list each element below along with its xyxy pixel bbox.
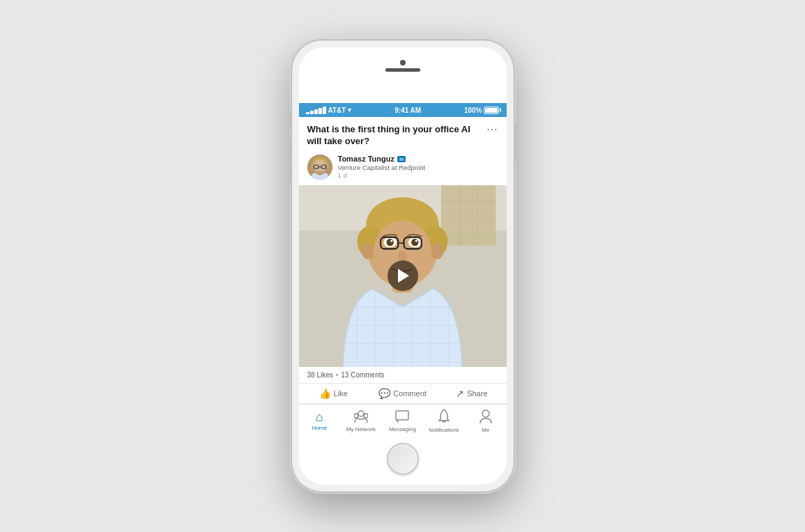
svg-point-41 bbox=[431, 243, 443, 259]
status-bar: AT&T ▾ 9:41 AM 100% bbox=[299, 103, 507, 117]
camera-notch bbox=[400, 60, 406, 65]
svg-point-35 bbox=[390, 240, 392, 242]
engagement-text: 38 Likes • 13 Comments bbox=[307, 371, 498, 379]
home-button[interactable] bbox=[387, 443, 419, 475]
author-info: Tomasz Tunguz in Venture Capitalist at R… bbox=[338, 155, 498, 179]
signal-icon bbox=[306, 107, 326, 114]
nav-my-network[interactable]: My Network bbox=[340, 405, 382, 437]
svg-point-47 bbox=[482, 410, 489, 417]
bottom-nav: ⌂ Home My Network bbox=[299, 404, 507, 437]
nav-me[interactable]: Me bbox=[465, 405, 507, 437]
nav-notifications-label: Notifications bbox=[429, 427, 459, 433]
nav-messaging-label: Messaging bbox=[389, 426, 416, 432]
author-row: Tomasz Tunguz in Venture Capitalist at R… bbox=[299, 152, 507, 185]
play-button[interactable] bbox=[388, 260, 418, 291]
nav-messaging[interactable]: Messaging bbox=[382, 405, 424, 437]
home-icon: ⌂ bbox=[316, 411, 323, 423]
linkedin-badge: in bbox=[397, 156, 406, 162]
my-network-icon bbox=[354, 410, 368, 425]
svg-point-33 bbox=[386, 239, 393, 246]
share-button[interactable]: ↗ Share bbox=[437, 388, 506, 399]
svg-point-40 bbox=[361, 243, 373, 259]
nav-home-label: Home bbox=[312, 425, 327, 431]
likes-count[interactable]: 38 Likes bbox=[307, 371, 333, 379]
comments-count[interactable]: 13 Comments bbox=[341, 371, 384, 379]
author-name[interactable]: Tomasz Tunguz bbox=[338, 155, 394, 163]
nav-me-label: Me bbox=[482, 427, 489, 433]
video-thumbnail[interactable] bbox=[299, 185, 507, 367]
messaging-icon bbox=[395, 410, 409, 425]
battery-percent: 100% bbox=[464, 107, 482, 114]
engagement-bar: 38 Likes • 13 Comments bbox=[299, 367, 507, 384]
separator: • bbox=[336, 371, 339, 379]
nav-my-network-label: My Network bbox=[346, 426, 376, 432]
post-title: What is the first thing in your office A… bbox=[307, 124, 487, 148]
post-title-area: What is the first thing in your office A… bbox=[299, 117, 507, 152]
play-icon bbox=[398, 269, 409, 283]
status-right: 100% bbox=[464, 107, 500, 114]
more-options-icon[interactable]: ··· bbox=[486, 124, 498, 135]
battery-icon bbox=[484, 107, 499, 114]
wifi-icon: ▾ bbox=[348, 107, 351, 114]
speaker-grille bbox=[385, 68, 420, 72]
nav-notifications[interactable]: Notifications bbox=[423, 405, 465, 437]
screen: AT&T ▾ 9:41 AM 100% What is the first th… bbox=[299, 103, 507, 437]
svg-point-43 bbox=[354, 414, 358, 418]
phone-top bbox=[299, 47, 507, 103]
comment-button[interactable]: 💬 Comment bbox=[368, 388, 437, 399]
comment-label: Comment bbox=[393, 389, 427, 398]
svg-point-42 bbox=[358, 411, 364, 416]
comment-icon: 💬 bbox=[378, 388, 390, 399]
post-time: 1 d bbox=[338, 171, 498, 179]
like-icon: 👍 bbox=[319, 388, 331, 399]
status-left: AT&T ▾ bbox=[306, 107, 352, 114]
like-label: Like bbox=[334, 389, 348, 398]
share-icon: ↗ bbox=[456, 388, 464, 399]
phone-device: AT&T ▾ 9:41 AM 100% What is the first th… bbox=[291, 40, 514, 492]
svg-point-34 bbox=[411, 239, 418, 246]
author-name-row: Tomasz Tunguz in bbox=[338, 155, 498, 163]
notifications-icon bbox=[438, 409, 450, 425]
svg-point-44 bbox=[364, 414, 368, 418]
post-content: What is the first thing in your office A… bbox=[299, 117, 507, 437]
battery-fill bbox=[485, 108, 498, 113]
svg-point-36 bbox=[415, 240, 417, 242]
author-title: Venture Capitalist at Redpoint bbox=[338, 164, 498, 171]
svg-rect-45 bbox=[396, 411, 408, 420]
carrier-label: AT&T bbox=[328, 107, 346, 114]
avatar[interactable] bbox=[307, 155, 332, 180]
phone-inner: AT&T ▾ 9:41 AM 100% What is the first th… bbox=[299, 47, 507, 485]
like-button[interactable]: 👍 Like bbox=[299, 388, 368, 399]
nav-home[interactable]: ⌂ Home bbox=[299, 405, 341, 437]
svg-rect-10 bbox=[440, 185, 495, 245]
share-label: Share bbox=[467, 389, 487, 398]
status-time: 9:41 AM bbox=[394, 107, 421, 114]
action-bar: 👍 Like 💬 Comment ↗ Share bbox=[299, 384, 507, 404]
me-icon bbox=[480, 409, 492, 425]
